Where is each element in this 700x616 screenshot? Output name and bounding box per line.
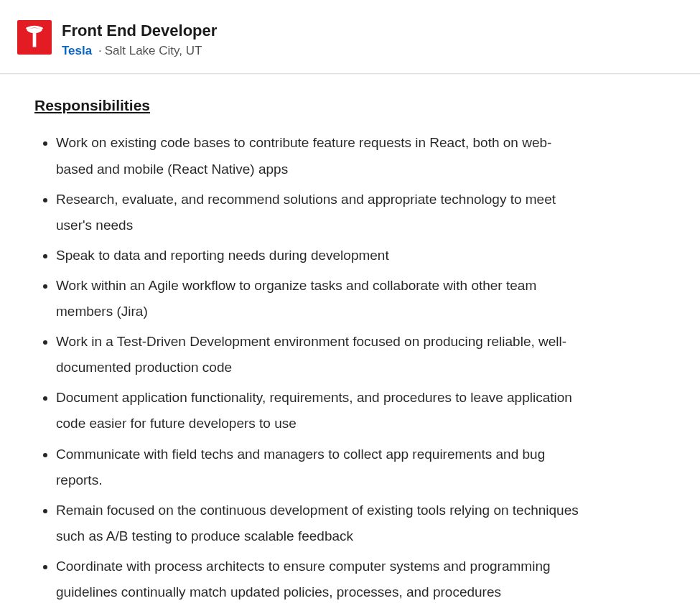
tesla-logo-icon bbox=[22, 25, 47, 50]
section-heading-responsibilities: Responsibilities bbox=[34, 97, 583, 114]
job-subline: Tesla ·Salt Lake City, UT bbox=[62, 43, 217, 59]
title-block: Front End Developer Tesla ·Salt Lake Cit… bbox=[62, 20, 217, 59]
job-location: Salt Lake City, UT bbox=[105, 44, 202, 57]
list-item: Work within an Agile workflow to organiz… bbox=[56, 273, 583, 325]
job-body: Responsibilities Work on existing code b… bbox=[0, 74, 617, 616]
list-item: Remain focused on the continuous develop… bbox=[56, 498, 583, 549]
list-item: Communicate with field techs and manager… bbox=[56, 442, 583, 493]
separator: · bbox=[95, 44, 105, 57]
list-item: Work in a Test-Driven Development enviro… bbox=[56, 329, 583, 381]
list-item: Document application functionality, requ… bbox=[56, 385, 583, 437]
list-item: Work on existing code bases to contribut… bbox=[56, 130, 583, 182]
company-link[interactable]: Tesla bbox=[62, 44, 92, 57]
job-header: Front End Developer Tesla ·Salt Lake Cit… bbox=[0, 0, 700, 74]
list-item: Speak to data and reporting needs during… bbox=[56, 243, 583, 269]
responsibilities-list: Work on existing code bases to contribut… bbox=[34, 130, 583, 605]
list-item: Coordinate with process architects to en… bbox=[56, 554, 583, 605]
job-title: Front End Developer bbox=[62, 22, 217, 40]
company-logo[interactable] bbox=[17, 20, 52, 55]
list-item: Research, evaluate, and recommend soluti… bbox=[56, 187, 583, 238]
